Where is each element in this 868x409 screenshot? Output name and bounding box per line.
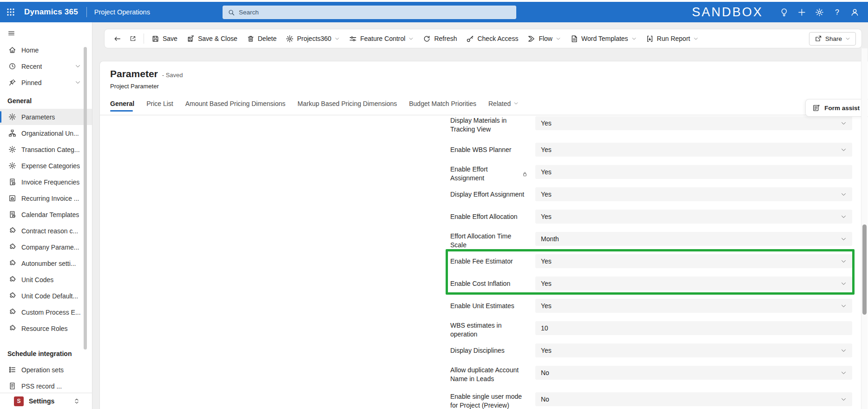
- sitemap-collapse-button[interactable]: [0, 24, 92, 42]
- field-label: Display Materials in Tracking View: [450, 116, 535, 134]
- delete-icon: [247, 35, 255, 43]
- waffle-icon: [6, 7, 15, 17]
- command-button[interactable]: Check Access: [461, 31, 523, 46]
- page-scrollbar[interactable]: [861, 48, 868, 409]
- sidebar-item[interactable]: Transaction Categ...: [0, 141, 92, 158]
- record-entity-type: Project Parameter: [110, 83, 868, 90]
- help-icon: ?: [833, 8, 842, 17]
- sidebar-item[interactable]: Organizational Un...: [0, 125, 92, 141]
- sidebar-item[interactable]: Recent: [0, 58, 92, 74]
- field-label: Enable WBS Planner: [450, 143, 535, 157]
- sidebar-item[interactable]: Recurring Invoice ...: [0, 190, 92, 206]
- sidebar-item[interactable]: Custom Process E...: [0, 304, 92, 320]
- field-input[interactable]: Yes: [535, 143, 852, 157]
- sitemap-group-header-schedule: Schedule integration: [0, 346, 92, 362]
- open-in-new-window-button[interactable]: [125, 31, 141, 46]
- command-button[interactable]: Feature Control: [344, 31, 418, 46]
- sidebar-item[interactable]: Operation sets: [0, 362, 92, 378]
- sidebar-item[interactable]: Expense Categories: [0, 158, 92, 174]
- area-switcher[interactable]: S Settings: [0, 393, 92, 409]
- chevron-down-icon: [693, 36, 698, 41]
- sitemap-schedule-group: Operation sets PSS record ...: [0, 362, 92, 393]
- gear-icon: [815, 8, 824, 17]
- form-field-row: Enable Cost Inflation Yes: [450, 277, 852, 290]
- commandbar-buttons: Save Save & Close Delete: [147, 31, 703, 46]
- field-input[interactable]: Yes: [535, 116, 852, 130]
- field-input[interactable]: Yes: [535, 254, 852, 268]
- sidebar-item[interactable]: Invoice Frequencies: [0, 174, 92, 190]
- field-input[interactable]: Yes: [535, 165, 852, 179]
- word-doc-icon: [570, 35, 578, 43]
- sidebar-item[interactable]: Resource Roles: [0, 320, 92, 336]
- sidebar-item[interactable]: Contract reason c...: [0, 223, 92, 239]
- field-label: Allow duplicate Account Name in Leads: [450, 366, 535, 383]
- area-title[interactable]: Project Operations: [94, 8, 150, 16]
- form-tab[interactable]: General: [110, 95, 140, 112]
- form-tab[interactable]: Markup Based Pricing Dimensions: [291, 95, 403, 112]
- form-tab[interactable]: Related: [482, 95, 525, 112]
- create-new-button[interactable]: [793, 2, 810, 22]
- app-title[interactable]: Dynamics 365: [24, 7, 78, 17]
- chevron-updown-icon: [73, 398, 80, 404]
- help-button[interactable]: ?: [828, 2, 846, 22]
- command-button[interactable]: Projects360: [281, 31, 344, 46]
- chevron-down-icon: [841, 120, 847, 126]
- search-input[interactable]: [239, 9, 511, 16]
- command-button[interactable]: Flow: [523, 31, 566, 46]
- hamburger-icon: [7, 29, 15, 37]
- global-search-box[interactable]: [223, 6, 516, 19]
- chevron-down-icon: [841, 258, 847, 264]
- field-input[interactable]: Yes: [535, 277, 852, 290]
- form-field-row: WBS estimates in operation 10: [450, 321, 852, 335]
- sidebar-scrollbar-thumb[interactable]: [84, 47, 87, 350]
- sidebar-item[interactable]: Parameters: [0, 109, 92, 125]
- sidebar-item[interactable]: Unit Codes: [0, 271, 92, 288]
- gear-icon: [286, 35, 294, 43]
- field-input[interactable]: Yes: [535, 343, 852, 357]
- field-list: Display Materials in Tracking View Yes: [450, 116, 852, 409]
- command-button[interactable]: Save: [147, 31, 182, 46]
- page-scrollbar-thumb[interactable]: [862, 224, 867, 315]
- sidebar-item[interactable]: Company Parame...: [0, 239, 92, 255]
- sidebar-item[interactable]: PSS record ...: [0, 378, 92, 393]
- sidebar-item[interactable]: Autonumber setti...: [0, 255, 92, 271]
- sidebar-item[interactable]: Home: [0, 42, 92, 58]
- pin-icon: [8, 79, 16, 86]
- field-input[interactable]: Month: [535, 232, 852, 246]
- key-icon: [466, 35, 474, 43]
- back-button[interactable]: [109, 31, 125, 46]
- top-navigation-bar: Dynamics 365 Project Operations SANDBOX …: [0, 2, 868, 22]
- quick-ideas-button[interactable]: [775, 2, 793, 22]
- form-tab[interactable]: Price List: [140, 95, 179, 112]
- field-input[interactable]: 10: [535, 321, 852, 335]
- chevron-down-icon: [845, 36, 850, 41]
- field-input[interactable]: Yes: [535, 299, 852, 313]
- app-launcher-button[interactable]: [0, 2, 21, 22]
- sidebar-item[interactable]: Unit Code Default...: [0, 288, 92, 304]
- record-header: Parameter - Saved Project Parameter Gene…: [100, 61, 868, 115]
- share-button[interactable]: Share: [809, 32, 856, 46]
- field-input[interactable]: No: [535, 392, 852, 406]
- form-tab[interactable]: Budget Match Priorities: [403, 95, 482, 112]
- field-input[interactable]: No: [535, 366, 852, 380]
- sidebar-item[interactable]: Pinned: [0, 74, 92, 91]
- search-icon: [228, 9, 235, 16]
- account-button[interactable]: [846, 2, 863, 22]
- content-page: Save Save & Close Delete: [92, 22, 868, 409]
- sidebar-item[interactable]: Calendar Templates: [0, 206, 92, 223]
- command-button[interactable]: Word Templates: [566, 31, 641, 46]
- command-button[interactable]: Save & Close: [182, 31, 242, 46]
- field-input[interactable]: Yes: [535, 210, 852, 224]
- command-button[interactable]: Run Report: [641, 31, 704, 46]
- field-input[interactable]: Yes: [535, 187, 852, 201]
- list-icon: [8, 366, 16, 374]
- form-assist-button[interactable]: Form assist: [805, 99, 868, 117]
- settings-button[interactable]: [810, 2, 828, 22]
- sitemap-group-header-general: General: [0, 93, 92, 109]
- chevron-down-icon: [556, 36, 561, 41]
- field-label: Enable Effort Allocation: [450, 210, 535, 224]
- form-tab[interactable]: Amount Based Pricing Dimensions: [179, 95, 292, 112]
- command-button[interactable]: Refresh: [418, 31, 461, 46]
- form-field-row: Enable Fee Estimator Yes: [450, 254, 852, 268]
- command-button[interactable]: Delete: [242, 31, 281, 46]
